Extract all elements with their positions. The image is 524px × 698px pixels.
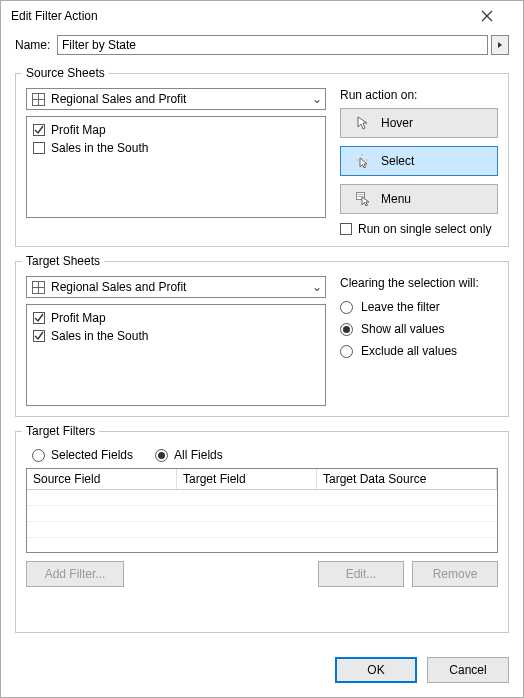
list-item[interactable]: Sales in the South (33, 139, 319, 157)
chevron-down-icon: ⌄ (309, 92, 325, 106)
col-source-field[interactable]: Source Field (27, 469, 177, 489)
radio-label: Selected Fields (51, 448, 133, 462)
target-filters-group: Target Filters Selected Fields All Field… (15, 431, 509, 633)
source-workbook-label: Regional Sales and Profit (49, 92, 309, 106)
source-sheets-list[interactable]: Profit Map Sales in the South (26, 116, 326, 218)
menu-button[interactable]: Menu (340, 184, 498, 214)
remove-filter-button[interactable]: Remove (412, 561, 498, 587)
menu-label: Menu (381, 192, 497, 206)
radio-icon (340, 301, 353, 314)
radio-label: Leave the filter (361, 300, 440, 314)
table-row (27, 522, 497, 538)
list-item-label: Profit Map (51, 123, 106, 137)
table-row (27, 490, 497, 506)
col-target-datasource[interactable]: Target Data Source (317, 469, 497, 489)
single-select-checkbox[interactable] (340, 223, 352, 235)
add-filter-button[interactable]: Add Filter... (26, 561, 124, 587)
target-workbook-label: Regional Sales and Profit (49, 280, 309, 294)
checkbox[interactable] (33, 312, 45, 324)
radio-icon (155, 449, 168, 462)
target-sheets-group: Target Sheets Regional Sales and Profit … (15, 261, 509, 417)
single-select-label: Run on single select only (358, 222, 491, 236)
target-workbook-dropdown[interactable]: Regional Sales and Profit ⌄ (26, 276, 326, 298)
chevron-down-icon: ⌄ (309, 280, 325, 294)
radio-label: Exclude all values (361, 344, 457, 358)
select-button[interactable]: Select (340, 146, 498, 176)
source-sheets-group: Source Sheets Regional Sales and Profit … (15, 73, 509, 247)
list-item[interactable]: Profit Map (33, 121, 319, 139)
list-item[interactable]: Sales in the South (33, 327, 319, 345)
filters-table[interactable]: Source Field Target Field Target Data So… (26, 468, 498, 553)
dialog-title: Edit Filter Action (11, 9, 481, 23)
radio-label: Show all values (361, 322, 444, 336)
list-item[interactable]: Profit Map (33, 309, 319, 327)
cancel-button[interactable]: Cancel (427, 657, 509, 683)
menu-cursor-icon (355, 192, 371, 206)
target-filters-legend: Target Filters (22, 424, 99, 438)
cursor-icon (355, 116, 371, 130)
list-item-label: Sales in the South (51, 329, 148, 343)
checkbox[interactable] (33, 124, 45, 136)
radio-selected-fields[interactable]: Selected Fields (32, 448, 133, 462)
dialog-window: Edit Filter Action Name: Source Sheets (0, 0, 524, 698)
target-sheets-legend: Target Sheets (22, 254, 104, 268)
edit-filter-button[interactable]: Edit... (318, 561, 404, 587)
titlebar: Edit Filter Action (1, 1, 523, 29)
close-icon (481, 10, 493, 22)
run-action-label: Run action on: (340, 88, 498, 102)
col-target-field[interactable]: Target Field (177, 469, 317, 489)
radio-label: All Fields (174, 448, 223, 462)
table-row (27, 506, 497, 522)
source-sheets-legend: Source Sheets (22, 66, 109, 80)
radio-icon (340, 345, 353, 358)
radio-exclude-all[interactable]: Exclude all values (340, 340, 498, 362)
name-label: Name: (15, 38, 57, 52)
radio-show-all[interactable]: Show all values (340, 318, 498, 340)
name-dropdown-button[interactable] (491, 35, 509, 55)
close-button[interactable] (481, 10, 513, 22)
dashboard-icon (27, 93, 49, 106)
hover-button[interactable]: Hover (340, 108, 498, 138)
radio-icon (32, 449, 45, 462)
ok-button[interactable]: OK (335, 657, 417, 683)
source-workbook-dropdown[interactable]: Regional Sales and Profit ⌄ (26, 88, 326, 110)
radio-icon (340, 323, 353, 336)
select-cursor-icon (355, 154, 371, 168)
dashboard-icon (27, 281, 49, 294)
target-sheets-list[interactable]: Profit Map Sales in the South (26, 304, 326, 406)
radio-all-fields[interactable]: All Fields (155, 448, 223, 462)
radio-leave-filter[interactable]: Leave the filter (340, 296, 498, 318)
list-item-label: Sales in the South (51, 141, 148, 155)
name-input[interactable] (57, 35, 488, 55)
select-label: Select (381, 154, 497, 168)
clear-selection-label: Clearing the selection will: (340, 276, 498, 290)
list-item-label: Profit Map (51, 311, 106, 325)
checkbox[interactable] (33, 142, 45, 154)
checkbox[interactable] (33, 330, 45, 342)
triangle-right-icon (497, 41, 503, 49)
hover-label: Hover (381, 116, 497, 130)
